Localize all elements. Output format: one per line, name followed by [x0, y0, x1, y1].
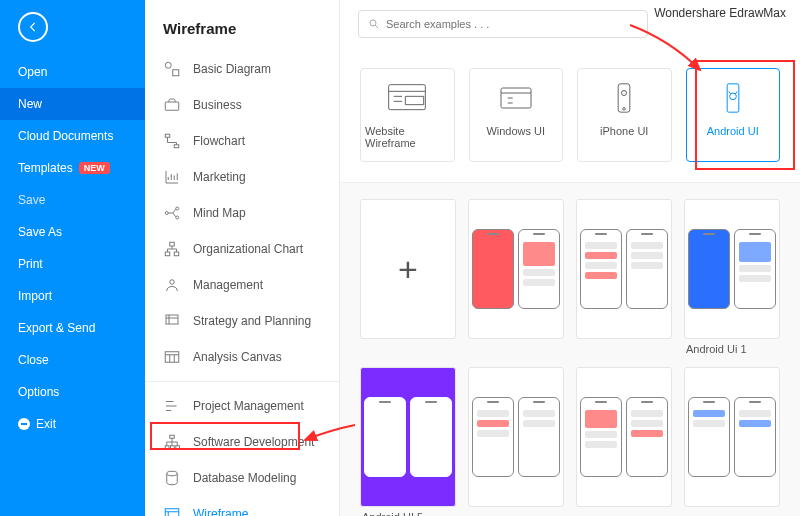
nav-import[interactable]: Import: [0, 280, 145, 312]
cat-management[interactable]: Management: [145, 267, 339, 303]
template-item[interactable]: [468, 367, 564, 516]
type-website[interactable]: Website Wireframe: [360, 68, 455, 162]
cat-org-chart[interactable]: Organizational Chart: [145, 231, 339, 267]
template-item[interactable]: [576, 367, 672, 516]
cat-strategy[interactable]: Strategy and Planning: [145, 303, 339, 339]
windows-icon: [496, 81, 536, 115]
cat-label: Strategy and Planning: [193, 314, 311, 328]
cat-marketing[interactable]: Marketing: [145, 159, 339, 195]
svg-rect-17: [176, 446, 180, 449]
android-icon: [713, 81, 753, 115]
cat-label: Software Development: [193, 435, 314, 449]
template-blank[interactable]: +: [360, 199, 456, 355]
svg-rect-15: [165, 446, 169, 449]
cat-label: Organizational Chart: [193, 242, 303, 256]
category-panel: Wireframe Basic Diagram Business Flowcha…: [145, 0, 340, 516]
cat-label: Management: [193, 278, 263, 292]
nav-new[interactable]: New: [0, 88, 145, 120]
svg-point-7: [176, 216, 179, 219]
svg-point-6: [176, 207, 179, 210]
template-item[interactable]: [468, 199, 564, 355]
briefcase-icon: [163, 96, 181, 114]
svg-rect-25: [389, 85, 426, 110]
plus-icon: +: [398, 250, 418, 289]
gantt-icon: [163, 397, 181, 415]
category-list: Basic Diagram Business Flowchart Marketi…: [145, 51, 339, 516]
type-row: Website Wireframe Windows UI iPhone UI A…: [340, 38, 800, 183]
new-badge: NEW: [79, 162, 110, 174]
wireframe-icon: [163, 505, 181, 516]
nav-save-as[interactable]: Save As: [0, 216, 145, 248]
cat-project-mgmt[interactable]: Project Management: [145, 388, 339, 424]
nav-templates-label: Templates: [18, 161, 73, 175]
svg-rect-12: [166, 315, 178, 324]
shapes-icon: [163, 60, 181, 78]
cat-label: Business: [193, 98, 242, 112]
svg-rect-2: [165, 102, 179, 110]
cat-label: Flowchart: [193, 134, 245, 148]
template-android-ui-5[interactable]: Android UI 5: [360, 367, 456, 516]
template-label: Android Ui 1: [684, 343, 780, 355]
template-label: Android UI 5: [360, 511, 456, 516]
svg-point-0: [165, 62, 171, 68]
svg-rect-30: [727, 84, 739, 112]
type-iphone[interactable]: iPhone UI: [577, 68, 672, 162]
nav-close[interactable]: Close: [0, 344, 145, 376]
svg-rect-14: [170, 435, 175, 438]
svg-point-24: [370, 20, 376, 26]
exit-icon: [18, 418, 30, 430]
chart-icon: [163, 168, 181, 186]
svg-point-31: [729, 93, 736, 100]
canvas-icon: [163, 348, 181, 366]
nav-templates[interactable]: Templates NEW: [0, 152, 145, 184]
nav-exit[interactable]: Exit: [0, 408, 145, 440]
cat-software-dev[interactable]: Software Development: [145, 424, 339, 460]
org-icon: [163, 240, 181, 258]
svg-rect-1: [173, 70, 179, 76]
cat-label: Database Modeling: [193, 471, 296, 485]
svg-point-11: [170, 280, 175, 285]
cat-wireframe[interactable]: Wireframe: [145, 496, 339, 516]
cat-label: Wireframe: [193, 507, 248, 516]
type-label: Windows UI: [486, 125, 545, 137]
nav-cloud-documents[interactable]: Cloud Documents: [0, 120, 145, 152]
file-sidebar: Open New Cloud Documents Templates NEW S…: [0, 0, 145, 516]
template-android-ui-1[interactable]: Android Ui 1: [684, 199, 780, 355]
brand-label: Wondershare EdrawMax: [654, 6, 786, 20]
svg-rect-19: [165, 509, 179, 516]
template-item[interactable]: [576, 199, 672, 355]
template-item[interactable]: [684, 367, 780, 516]
cat-label: Analysis Canvas: [193, 350, 282, 364]
divider: [145, 381, 339, 382]
type-windows[interactable]: Windows UI: [469, 68, 564, 162]
type-android[interactable]: Android UI: [686, 68, 781, 162]
svg-rect-3: [165, 134, 170, 137]
nav-export-send[interactable]: Export & Send: [0, 312, 145, 344]
template-gallery: + Android Ui 1 Android UI 5: [340, 183, 800, 516]
back-button[interactable]: [18, 12, 48, 42]
svg-point-29: [622, 91, 627, 96]
cat-business[interactable]: Business: [145, 87, 339, 123]
search-box[interactable]: [358, 10, 648, 38]
nav-print[interactable]: Print: [0, 248, 145, 280]
svg-rect-13: [165, 352, 179, 363]
nav-options[interactable]: Options: [0, 376, 145, 408]
database-icon: [163, 469, 181, 487]
cat-label: Basic Diagram: [193, 62, 271, 76]
category-title: Wireframe: [145, 0, 339, 51]
svg-rect-9: [165, 252, 170, 256]
svg-rect-26: [501, 88, 531, 108]
search-input[interactable]: [386, 18, 638, 30]
nav-open[interactable]: Open: [0, 56, 145, 88]
nav-save[interactable]: Save: [0, 184, 145, 216]
svg-rect-10: [174, 252, 179, 256]
svg-rect-4: [174, 145, 179, 148]
mindmap-icon: [163, 204, 181, 222]
website-icon: [387, 81, 427, 115]
cat-database[interactable]: Database Modeling: [145, 460, 339, 496]
cat-flowchart[interactable]: Flowchart: [145, 123, 339, 159]
cat-mind-map[interactable]: Mind Map: [145, 195, 339, 231]
cat-basic-diagram[interactable]: Basic Diagram: [145, 51, 339, 87]
cat-analysis[interactable]: Analysis Canvas: [145, 339, 339, 375]
strategy-icon: [163, 312, 181, 330]
